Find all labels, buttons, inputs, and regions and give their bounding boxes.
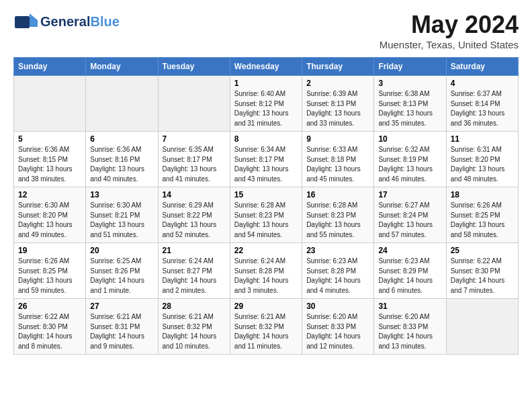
day-info: Sunrise: 6:36 AMSunset: 8:15 PMDaylight:… bbox=[18, 145, 81, 184]
calendar-week-row: 5Sunrise: 6:36 AMSunset: 8:15 PMDaylight… bbox=[14, 132, 519, 187]
calendar-week-row: 26Sunrise: 6:22 AMSunset: 8:30 PMDayligh… bbox=[14, 299, 519, 355]
day-info: Sunrise: 6:34 AMSunset: 8:17 PMDaylight:… bbox=[234, 145, 298, 184]
logo-blue-text: Blue bbox=[90, 14, 119, 29]
day-info: Sunrise: 6:21 AMSunset: 8:31 PMDaylight:… bbox=[90, 312, 153, 351]
logo: GeneralBlue bbox=[13, 11, 120, 32]
day-number: 13 bbox=[90, 190, 153, 199]
svg-marker-2 bbox=[30, 20, 38, 27]
calendar-cell: 31Sunrise: 6:20 AMSunset: 8:33 PMDayligh… bbox=[374, 299, 446, 355]
svg-rect-0 bbox=[15, 16, 30, 28]
calendar-week-row: 19Sunrise: 6:26 AMSunset: 8:25 PMDayligh… bbox=[14, 243, 519, 299]
calendar-cell bbox=[86, 76, 158, 132]
calendar-cell: 29Sunrise: 6:21 AMSunset: 8:32 PMDayligh… bbox=[230, 299, 302, 355]
day-info: Sunrise: 6:35 AMSunset: 8:17 PMDaylight:… bbox=[163, 145, 226, 184]
calendar-cell: 21Sunrise: 6:24 AMSunset: 8:27 PMDayligh… bbox=[158, 243, 230, 299]
day-info: Sunrise: 6:29 AMSunset: 8:22 PMDaylight:… bbox=[163, 201, 226, 240]
day-number: 28 bbox=[163, 302, 226, 311]
day-number: 29 bbox=[234, 302, 298, 311]
calendar-cell: 17Sunrise: 6:27 AMSunset: 8:24 PMDayligh… bbox=[374, 187, 446, 243]
day-number: 10 bbox=[378, 134, 441, 144]
day-number: 18 bbox=[451, 190, 514, 199]
calendar-cell: 19Sunrise: 6:26 AMSunset: 8:25 PMDayligh… bbox=[14, 243, 86, 299]
calendar-cell bbox=[446, 299, 518, 355]
day-number: 22 bbox=[234, 246, 298, 255]
day-number: 23 bbox=[306, 246, 369, 255]
day-info: Sunrise: 6:32 AMSunset: 8:19 PMDaylight:… bbox=[378, 145, 441, 184]
day-info: Sunrise: 6:40 AMSunset: 8:12 PMDaylight:… bbox=[234, 89, 298, 128]
day-number: 20 bbox=[90, 246, 153, 255]
calendar-cell: 25Sunrise: 6:22 AMSunset: 8:30 PMDayligh… bbox=[446, 243, 518, 299]
calendar-title: May 2024 bbox=[380, 11, 519, 39]
day-number: 30 bbox=[306, 302, 369, 311]
logo-general-text: General bbox=[40, 14, 90, 29]
calendar-cell: 18Sunrise: 6:26 AMSunset: 8:25 PMDayligh… bbox=[446, 187, 518, 243]
calendar-cell bbox=[14, 76, 86, 132]
day-info: Sunrise: 6:24 AMSunset: 8:28 PMDaylight:… bbox=[234, 257, 298, 295]
page-header: GeneralBlue May 2024 Muenster, Texas, Un… bbox=[13, 11, 519, 50]
day-info: Sunrise: 6:25 AMSunset: 8:26 PMDaylight:… bbox=[90, 257, 153, 295]
calendar-cell: 26Sunrise: 6:22 AMSunset: 8:30 PMDayligh… bbox=[14, 299, 86, 355]
col-sunday: Sunday bbox=[14, 58, 86, 76]
day-number: 1 bbox=[234, 79, 298, 88]
calendar-cell: 27Sunrise: 6:21 AMSunset: 8:31 PMDayligh… bbox=[86, 299, 158, 355]
calendar-cell: 23Sunrise: 6:23 AMSunset: 8:28 PMDayligh… bbox=[302, 243, 374, 299]
day-number: 24 bbox=[378, 246, 441, 255]
col-thursday: Thursday bbox=[302, 58, 374, 76]
calendar-cell: 12Sunrise: 6:30 AMSunset: 8:20 PMDayligh… bbox=[14, 187, 86, 243]
day-info: Sunrise: 6:30 AMSunset: 8:21 PMDaylight:… bbox=[90, 201, 153, 240]
calendar-cell: 16Sunrise: 6:28 AMSunset: 8:23 PMDayligh… bbox=[302, 187, 374, 243]
title-block: May 2024 Muenster, Texas, United States bbox=[380, 11, 519, 50]
day-number: 12 bbox=[18, 190, 81, 199]
logo-icon bbox=[13, 11, 39, 32]
day-number: 8 bbox=[234, 134, 298, 144]
calendar-table: Sunday Monday Tuesday Wednesday Thursday… bbox=[13, 57, 519, 355]
day-info: Sunrise: 6:20 AMSunset: 8:33 PMDaylight:… bbox=[306, 312, 369, 351]
day-info: Sunrise: 6:37 AMSunset: 8:14 PMDaylight:… bbox=[451, 89, 514, 128]
calendar-week-row: 1Sunrise: 6:40 AMSunset: 8:12 PMDaylight… bbox=[14, 76, 519, 132]
col-wednesday: Wednesday bbox=[230, 58, 302, 76]
day-number: 7 bbox=[163, 134, 226, 144]
calendar-cell bbox=[158, 76, 230, 132]
day-number: 26 bbox=[18, 302, 81, 311]
calendar-cell: 22Sunrise: 6:24 AMSunset: 8:28 PMDayligh… bbox=[230, 243, 302, 299]
day-info: Sunrise: 6:24 AMSunset: 8:27 PMDaylight:… bbox=[163, 257, 226, 295]
day-info: Sunrise: 6:38 AMSunset: 8:13 PMDaylight:… bbox=[378, 89, 441, 128]
day-info: Sunrise: 6:39 AMSunset: 8:13 PMDaylight:… bbox=[306, 89, 369, 128]
calendar-cell: 6Sunrise: 6:36 AMSunset: 8:16 PMDaylight… bbox=[86, 132, 158, 187]
day-number: 11 bbox=[451, 134, 514, 144]
calendar-cell: 20Sunrise: 6:25 AMSunset: 8:26 PMDayligh… bbox=[86, 243, 158, 299]
col-saturday: Saturday bbox=[446, 58, 518, 76]
day-info: Sunrise: 6:22 AMSunset: 8:30 PMDaylight:… bbox=[18, 312, 81, 351]
col-friday: Friday bbox=[374, 58, 446, 76]
calendar-cell: 24Sunrise: 6:23 AMSunset: 8:29 PMDayligh… bbox=[374, 243, 446, 299]
day-number: 3 bbox=[378, 79, 441, 88]
day-number: 4 bbox=[451, 79, 514, 88]
day-number: 31 bbox=[378, 302, 441, 311]
day-number: 2 bbox=[306, 79, 369, 88]
day-info: Sunrise: 6:33 AMSunset: 8:18 PMDaylight:… bbox=[306, 145, 369, 184]
day-info: Sunrise: 6:20 AMSunset: 8:33 PMDaylight:… bbox=[378, 312, 441, 351]
day-info: Sunrise: 6:23 AMSunset: 8:28 PMDaylight:… bbox=[306, 257, 369, 295]
day-info: Sunrise: 6:30 AMSunset: 8:20 PMDaylight:… bbox=[18, 201, 81, 240]
day-info: Sunrise: 6:21 AMSunset: 8:32 PMDaylight:… bbox=[163, 312, 226, 351]
day-info: Sunrise: 6:28 AMSunset: 8:23 PMDaylight:… bbox=[234, 201, 298, 240]
day-info: Sunrise: 6:23 AMSunset: 8:29 PMDaylight:… bbox=[378, 257, 441, 295]
col-monday: Monday bbox=[86, 58, 158, 76]
svg-marker-1 bbox=[30, 13, 38, 20]
calendar-cell: 1Sunrise: 6:40 AMSunset: 8:12 PMDaylight… bbox=[230, 76, 302, 132]
day-number: 15 bbox=[234, 190, 298, 199]
calendar-cell: 30Sunrise: 6:20 AMSunset: 8:33 PMDayligh… bbox=[302, 299, 374, 355]
calendar-cell: 3Sunrise: 6:38 AMSunset: 8:13 PMDaylight… bbox=[374, 76, 446, 132]
day-info: Sunrise: 6:21 AMSunset: 8:32 PMDaylight:… bbox=[234, 312, 298, 351]
day-info: Sunrise: 6:27 AMSunset: 8:24 PMDaylight:… bbox=[378, 201, 441, 240]
calendar-cell: 4Sunrise: 6:37 AMSunset: 8:14 PMDaylight… bbox=[446, 76, 518, 132]
calendar-cell: 13Sunrise: 6:30 AMSunset: 8:21 PMDayligh… bbox=[86, 187, 158, 243]
calendar-cell: 28Sunrise: 6:21 AMSunset: 8:32 PMDayligh… bbox=[158, 299, 230, 355]
calendar-cell: 10Sunrise: 6:32 AMSunset: 8:19 PMDayligh… bbox=[374, 132, 446, 187]
day-number: 16 bbox=[306, 190, 369, 199]
day-number: 5 bbox=[18, 134, 81, 144]
day-number: 25 bbox=[451, 246, 514, 255]
day-info: Sunrise: 6:31 AMSunset: 8:20 PMDaylight:… bbox=[451, 145, 514, 184]
calendar-cell: 7Sunrise: 6:35 AMSunset: 8:17 PMDaylight… bbox=[158, 132, 230, 187]
day-info: Sunrise: 6:28 AMSunset: 8:23 PMDaylight:… bbox=[306, 201, 369, 240]
